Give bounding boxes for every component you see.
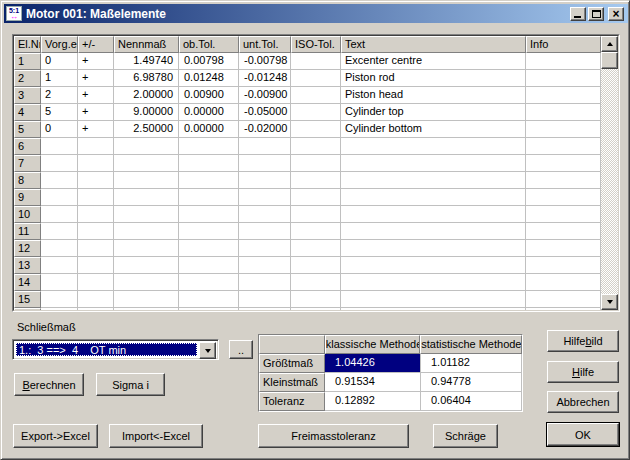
table-cell[interactable]: 0.00798 (179, 53, 239, 70)
table-cell[interactable] (179, 308, 239, 311)
table-cell[interactable] (526, 138, 601, 155)
table-cell[interactable] (341, 240, 526, 257)
results-value-cell[interactable]: 1.04426 (325, 354, 421, 373)
table-cell[interactable]: 6.98780 (114, 70, 179, 87)
table-cell[interactable]: 0.01248 (179, 70, 239, 87)
table-cell[interactable] (41, 155, 78, 172)
table-cell[interactable] (526, 274, 601, 291)
freimasstoleranz-button[interactable]: Freimasstoleranz (258, 424, 409, 448)
table-cell[interactable] (526, 206, 601, 223)
table-cell[interactable] (526, 291, 601, 308)
table-cell[interactable] (41, 172, 78, 189)
table-cell[interactable]: Piston head (341, 87, 526, 104)
table-cell[interactable] (291, 87, 341, 104)
row-header-cell[interactable]: 12 (14, 240, 41, 257)
row-header-cell[interactable]: 13 (14, 257, 41, 274)
table-cell[interactable]: -0.02000 (239, 121, 291, 138)
table-cell[interactable]: 0 (41, 53, 78, 70)
table-cell[interactable]: -0.00798 (239, 53, 291, 70)
table-cell[interactable] (41, 138, 78, 155)
table-cell[interactable] (41, 189, 78, 206)
table-cell[interactable] (179, 274, 239, 291)
table-cell[interactable] (78, 223, 114, 240)
table-cell[interactable] (291, 138, 341, 155)
table-cell[interactable] (526, 121, 601, 138)
v-scrollbar[interactable] (601, 36, 618, 310)
sigma-i-button[interactable]: Sigma i (96, 373, 165, 396)
table-cell[interactable] (179, 206, 239, 223)
table-cell[interactable] (41, 240, 78, 257)
table-cell[interactable] (114, 240, 179, 257)
berechnen-button[interactable]: Berechnen (14, 373, 84, 396)
table-cell[interactable]: + (78, 53, 114, 70)
row-header-cell[interactable]: 9 (14, 189, 41, 206)
table-cell[interactable] (291, 291, 341, 308)
table-cell[interactable] (239, 274, 291, 291)
table-cell[interactable]: 2.50000 (114, 121, 179, 138)
table-cell[interactable]: + (78, 104, 114, 121)
table-cell[interactable]: 5 (41, 104, 78, 121)
table-cell[interactable]: 1 (41, 70, 78, 87)
table-cell[interactable]: Cylinder top (341, 104, 526, 121)
table-cell[interactable] (291, 70, 341, 87)
table-cell[interactable] (291, 104, 341, 121)
table-cell[interactable] (179, 240, 239, 257)
abbrechen-button[interactable]: Abbrechen (547, 391, 619, 413)
schraege-button[interactable]: Schräge (433, 424, 498, 448)
table-cell[interactable]: -0.01248 (239, 70, 291, 87)
maximize-button[interactable] (588, 7, 604, 21)
results-value-cell[interactable]: 0.06404 (421, 392, 522, 411)
table-cell[interactable] (78, 240, 114, 257)
table-cell[interactable] (78, 274, 114, 291)
table-cell[interactable] (78, 257, 114, 274)
table-cell[interactable] (239, 257, 291, 274)
table-cell[interactable] (291, 223, 341, 240)
table-cell[interactable]: 0 (41, 121, 78, 138)
table-cell[interactable] (341, 291, 526, 308)
table-cell[interactable] (341, 308, 526, 311)
table-cell[interactable] (78, 206, 114, 223)
hilfe-button[interactable]: Hilfe (547, 361, 619, 383)
combobox-value[interactable]: 1.: 3 ==> 4 OT min (16, 343, 197, 356)
table-cell[interactable] (526, 53, 601, 70)
table-cell[interactable] (291, 274, 341, 291)
row-header-cell[interactable]: 16 (14, 308, 41, 311)
row-header-cell[interactable]: 11 (14, 223, 41, 240)
table-cell[interactable] (78, 291, 114, 308)
table-cell[interactable] (114, 172, 179, 189)
table-cell[interactable] (41, 223, 78, 240)
close-button[interactable]: × (608, 7, 624, 21)
table-cell[interactable] (526, 223, 601, 240)
table-cell[interactable] (179, 257, 239, 274)
table-cell[interactable] (291, 53, 341, 70)
table-cell[interactable] (114, 223, 179, 240)
table-cell[interactable]: -0.05000 (239, 104, 291, 121)
table-cell[interactable] (114, 257, 179, 274)
table-cell[interactable] (291, 308, 341, 311)
table-cell[interactable] (526, 104, 601, 121)
scroll-thumb[interactable] (601, 52, 618, 69)
table-cell[interactable]: -0.00900 (239, 87, 291, 104)
row-header-cell[interactable]: 2 (14, 70, 41, 87)
table-cell[interactable] (291, 257, 341, 274)
table-cell[interactable] (291, 155, 341, 172)
table-cell[interactable] (41, 206, 78, 223)
row-header-cell[interactable]: 14 (14, 274, 41, 291)
row-header-cell[interactable]: 5 (14, 121, 41, 138)
table-cell[interactable]: 2 (41, 87, 78, 104)
import-excel-button[interactable]: Import<-Excel (109, 424, 203, 448)
table-cell[interactable] (179, 155, 239, 172)
results-value-cell[interactable]: 0.12892 (325, 392, 421, 411)
table-cell[interactable]: 0.00900 (179, 87, 239, 104)
table-cell[interactable] (239, 240, 291, 257)
table-cell[interactable] (78, 138, 114, 155)
combobox-dropdown-button[interactable] (199, 342, 216, 359)
window-icon[interactable]: 5:1 ↔ (6, 6, 22, 21)
row-header-cell[interactable]: 8 (14, 172, 41, 189)
table-cell[interactable] (239, 223, 291, 240)
row-header-cell[interactable]: 6 (14, 138, 41, 155)
table-cell[interactable] (341, 257, 526, 274)
table-cell[interactable] (41, 257, 78, 274)
table-cell[interactable] (341, 138, 526, 155)
table-cell[interactable] (291, 206, 341, 223)
